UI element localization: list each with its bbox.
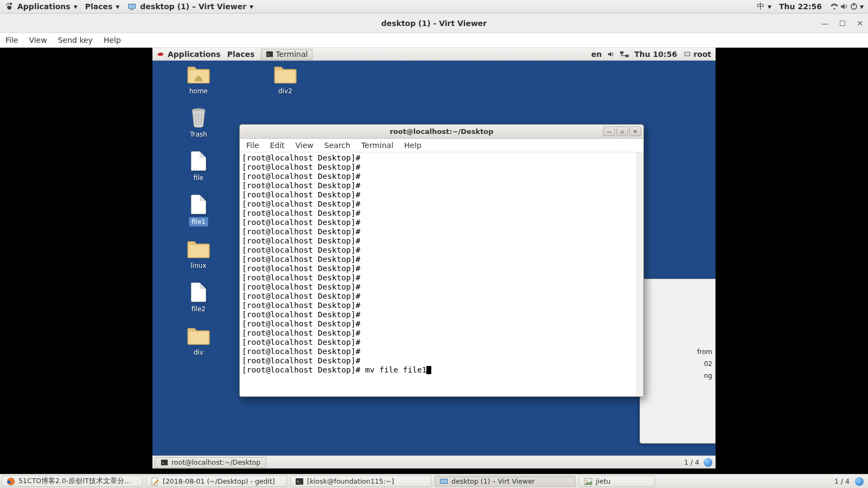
desktop-icon-file[interactable]: file — [174, 151, 223, 182]
terminal-menu-edit[interactable]: Edit — [270, 141, 284, 150]
terminal-menu-terminal[interactable]: Terminal — [361, 141, 393, 150]
guest-applications-label: Applications — [168, 50, 221, 59]
terminal-window[interactable]: root@localhost:~/Desktop — ▫ ✕ File Edit… — [239, 124, 644, 397]
guest-places-menu[interactable]: Places — [227, 50, 255, 59]
guest-taskbar-item-terminal[interactable]: >_ root@localhost:~/Desktop — [155, 457, 266, 468]
show-desktop-icon[interactable] — [704, 458, 712, 467]
guest-clock[interactable]: Thu 10:56 — [634, 50, 677, 59]
virt-menu-view[interactable]: View — [29, 36, 47, 44]
desktop-icon-trash[interactable]: Trash — [174, 107, 223, 139]
guest-taskbar-terminal-label: Terminal — [276, 50, 308, 59]
desktop-icon-div[interactable]: div — [174, 325, 223, 357]
volume-icon[interactable] — [839, 2, 849, 11]
ime-label: 中 — [757, 2, 764, 11]
desktop-icon-home[interactable]: home — [174, 64, 223, 95]
terminal-menu-view[interactable]: View — [296, 141, 314, 150]
guest-lang-indicator[interactable]: en — [591, 50, 602, 59]
minimize-button[interactable]: — — [603, 126, 615, 136]
desktop-icon-file1[interactable]: file1 — [174, 194, 223, 227]
guest-taskbar-terminal[interactable]: >_ Terminal — [261, 49, 312, 60]
gnome-foot-icon — [4, 2, 14, 11]
guest-user-label[interactable]: root — [693, 50, 711, 59]
host-places-menu[interactable]: Places ▾ — [85, 2, 120, 11]
host-bottom-panel: 51CTO博客2.0-原创IT技术文章分... [2018-08-01 (~/D… — [0, 474, 868, 488]
host-task-terminal[interactable]: >_ [kiosk@foundation115:~] — [290, 476, 431, 487]
dropdown-icon: ▾ — [74, 2, 78, 11]
guest-workspace-indicator[interactable]: 1 / 4 — [684, 458, 699, 466]
virt-menu-help[interactable]: Help — [104, 36, 121, 44]
virt-menu-sendkey[interactable]: Send key — [58, 36, 93, 44]
file-icon — [187, 194, 210, 215]
desktop-icons-col2: div2 — [261, 64, 310, 95]
terminal-titlebar[interactable]: root@localhost:~/Desktop — ▫ ✕ — [240, 125, 643, 139]
volume-icon[interactable] — [607, 50, 615, 58]
svg-point-2 — [6, 4, 7, 5]
wifi-icon[interactable] — [829, 2, 839, 11]
gedit-icon — [151, 477, 159, 486]
folder-icon — [187, 325, 210, 346]
guest-places-label: Places — [227, 50, 255, 59]
host-active-app-menu[interactable]: desktop (1) – Virt Viewer ▾ — [127, 2, 253, 11]
terminal-menu-file[interactable]: File — [246, 141, 259, 150]
close-button[interactable]: ✕ — [855, 19, 865, 28]
folder-home-icon — [187, 64, 210, 85]
desktop-icon-label: file2 — [189, 305, 208, 313]
dropdown-icon: ▾ — [116, 2, 119, 11]
peek-line: 02 — [645, 358, 716, 370]
host-places-label: Places — [85, 2, 113, 11]
host-topbar: Applications ▾ Places ▾ desktop (1) – Vi… — [0, 0, 868, 14]
virt-menu-file[interactable]: File — [5, 36, 18, 44]
network-icon[interactable] — [620, 50, 629, 58]
virt-titlebar[interactable]: desktop (1) - Virt Viewer — ☐ ✕ — [0, 14, 868, 33]
svg-text:>_: >_ — [162, 460, 167, 465]
folder-icon — [273, 64, 297, 85]
terminal-menu-help[interactable]: Help — [404, 141, 422, 150]
host-applications-label: Applications — [17, 2, 71, 11]
svg-rect-14 — [685, 52, 690, 55]
svg-text:>_: >_ — [297, 479, 302, 484]
terminal-icon: >_ — [266, 50, 273, 58]
guest-desktop[interactable]: Applications Places >_ Terminal en — [152, 48, 716, 468]
host-task-jietu[interactable]: jietu — [579, 476, 655, 487]
minimize-button[interactable]: — — [820, 19, 830, 28]
guest-applications-menu[interactable]: Applications — [157, 50, 221, 59]
host-ime-indicator[interactable]: 中 ▾ — [757, 2, 771, 11]
dropdown-icon: ▾ — [250, 2, 253, 11]
background-window-text: from 02 ng — [645, 303, 716, 382]
host-applications-menu[interactable]: Applications ▾ — [4, 2, 78, 11]
terminal-window-controls: — ▫ ✕ — [603, 126, 641, 136]
host-active-app-label: desktop (1) – Virt Viewer — [140, 2, 246, 11]
svg-point-0 — [10, 3, 12, 5]
clock-label: Thu 22:56 — [779, 2, 822, 11]
svg-rect-26 — [441, 479, 447, 483]
desktop-icon-div2[interactable]: div2 — [261, 64, 310, 95]
guest-viewport: Applications Places >_ Terminal en — [0, 48, 868, 474]
terminal-menubar: File Edit View Search Terminal Help — [240, 139, 643, 152]
terminal-menu-search[interactable]: Search — [324, 141, 350, 150]
svg-text:>_: >_ — [267, 52, 272, 56]
task-label: 51CTO博客2.0-原创IT技术文章分... — [18, 477, 131, 486]
svg-point-6 — [833, 8, 835, 9]
host-workspace-indicator[interactable]: 1 / 4 — [834, 477, 850, 485]
svg-rect-11 — [620, 51, 623, 53]
show-desktop-icon[interactable] — [855, 477, 864, 486]
redhat-icon — [157, 50, 164, 58]
host-task-gedit[interactable]: [2018-08-01 (~/Desktop) - gedit] — [146, 476, 287, 487]
svg-rect-4 — [129, 4, 135, 8]
desktop-icon-file2[interactable]: file2 — [174, 282, 223, 313]
close-button[interactable]: ✕ — [629, 126, 641, 136]
guest-topbar: Applications Places >_ Terminal en — [152, 48, 716, 61]
host-clock[interactable]: Thu 22:56 — [779, 2, 822, 11]
host-task-virtviewer[interactable]: desktop (1) – Virt Viewer — [435, 476, 576, 487]
dropdown-icon: ▾ — [860, 2, 864, 11]
host-task-firefox[interactable]: 51CTO博客2.0-原创IT技术文章分... — [2, 476, 143, 487]
terminal-body[interactable]: [root@localhost Desktop]# [root@localhos… — [240, 152, 643, 396]
desktop-icon-linux[interactable]: linux — [174, 239, 223, 270]
terminal-icon: >_ — [161, 459, 168, 466]
maximize-button[interactable]: ☐ — [838, 19, 847, 28]
power-icon[interactable] — [849, 2, 859, 11]
desktop-icon-label: file — [192, 174, 206, 182]
trash-icon — [187, 107, 210, 128]
maximize-button[interactable]: ▫ — [616, 126, 628, 136]
folder-icon — [187, 239, 210, 259]
